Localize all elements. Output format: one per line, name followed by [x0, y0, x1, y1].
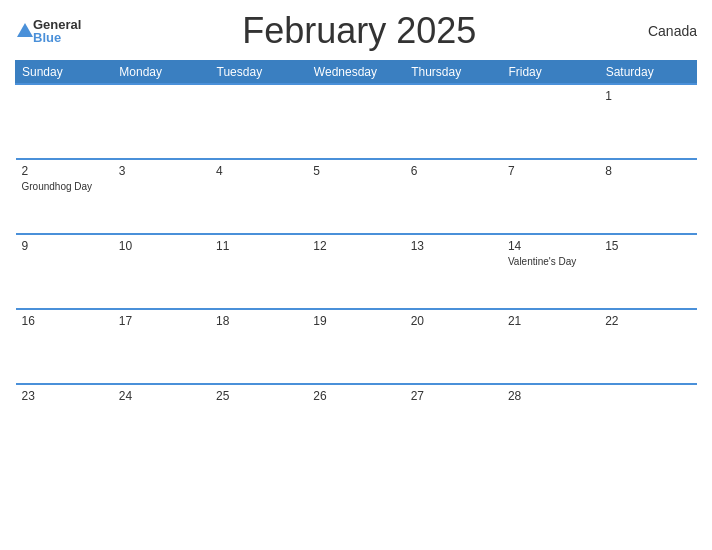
calendar-cell: 5 — [307, 159, 404, 234]
header-thursday: Thursday — [405, 61, 502, 85]
calendar-cell: 25 — [210, 384, 307, 459]
calendar-grid: Sunday Monday Tuesday Wednesday Thursday… — [15, 60, 697, 459]
calendar-cell: 6 — [405, 159, 502, 234]
calendar-cell — [307, 84, 404, 159]
calendar-cell — [405, 84, 502, 159]
calendar-cell: 1 — [599, 84, 696, 159]
event-label: Valentine's Day — [508, 255, 593, 268]
calendar-cell: 26 — [307, 384, 404, 459]
calendar-cell: 10 — [113, 234, 210, 309]
day-number: 21 — [508, 314, 593, 328]
calendar-cell: 11 — [210, 234, 307, 309]
day-number: 26 — [313, 389, 398, 403]
calendar-cell: 23 — [16, 384, 113, 459]
calendar-header: General Blue February 2025 Canada — [15, 10, 697, 52]
calendar-cell: 18 — [210, 309, 307, 384]
day-number: 6 — [411, 164, 496, 178]
calendar-cell: 3 — [113, 159, 210, 234]
calendar-cell: 15 — [599, 234, 696, 309]
logo: General Blue — [15, 18, 81, 44]
calendar-cell: 28 — [502, 384, 599, 459]
day-number: 18 — [216, 314, 301, 328]
header-wednesday: Wednesday — [307, 61, 404, 85]
week-row-3: 16171819202122 — [16, 309, 697, 384]
day-number: 20 — [411, 314, 496, 328]
calendar-cell: 13 — [405, 234, 502, 309]
calendar-cell: 24 — [113, 384, 210, 459]
calendar-cell: 9 — [16, 234, 113, 309]
country-label: Canada — [637, 23, 697, 39]
calendar-cell: 22 — [599, 309, 696, 384]
calendar-cell: 20 — [405, 309, 502, 384]
day-number: 4 — [216, 164, 301, 178]
header-friday: Friday — [502, 61, 599, 85]
day-number: 28 — [508, 389, 593, 403]
calendar-cell: 17 — [113, 309, 210, 384]
day-number: 16 — [22, 314, 107, 328]
day-headers-row: Sunday Monday Tuesday Wednesday Thursday… — [16, 61, 697, 85]
week-row-2: 91011121314Valentine's Day15 — [16, 234, 697, 309]
week-row-4: 232425262728 — [16, 384, 697, 459]
day-number: 9 — [22, 239, 107, 253]
logo-triangle-icon — [17, 23, 33, 37]
calendar-cell: 4 — [210, 159, 307, 234]
calendar-cell: 19 — [307, 309, 404, 384]
calendar-cell: 16 — [16, 309, 113, 384]
header-tuesday: Tuesday — [210, 61, 307, 85]
header-saturday: Saturday — [599, 61, 696, 85]
calendar-cell: 21 — [502, 309, 599, 384]
day-number: 24 — [119, 389, 204, 403]
day-number: 11 — [216, 239, 301, 253]
calendar-cell: 8 — [599, 159, 696, 234]
month-title: February 2025 — [81, 10, 637, 52]
header-monday: Monday — [113, 61, 210, 85]
week-row-0: 1 — [16, 84, 697, 159]
day-number: 27 — [411, 389, 496, 403]
calendar-cell: 14Valentine's Day — [502, 234, 599, 309]
calendar-cell — [210, 84, 307, 159]
day-number: 15 — [605, 239, 690, 253]
calendar-cell: 12 — [307, 234, 404, 309]
header-sunday: Sunday — [16, 61, 113, 85]
day-number: 14 — [508, 239, 593, 253]
calendar-cell: 2Groundhog Day — [16, 159, 113, 234]
day-number: 10 — [119, 239, 204, 253]
calendar-cell — [502, 84, 599, 159]
day-number: 8 — [605, 164, 690, 178]
day-number: 17 — [119, 314, 204, 328]
event-label: Groundhog Day — [22, 180, 107, 193]
calendar-cell: 7 — [502, 159, 599, 234]
calendar-cell: 27 — [405, 384, 502, 459]
day-number: 7 — [508, 164, 593, 178]
calendar-container: General Blue February 2025 Canada Sunday… — [0, 0, 712, 550]
day-number: 25 — [216, 389, 301, 403]
calendar-cell — [16, 84, 113, 159]
calendar-cell — [599, 384, 696, 459]
logo-blue-text: Blue — [33, 31, 81, 44]
day-number: 2 — [22, 164, 107, 178]
calendar-cell — [113, 84, 210, 159]
day-number: 23 — [22, 389, 107, 403]
day-number: 1 — [605, 89, 690, 103]
logo-text: General Blue — [33, 18, 81, 44]
day-number: 12 — [313, 239, 398, 253]
week-row-1: 2Groundhog Day345678 — [16, 159, 697, 234]
day-number: 13 — [411, 239, 496, 253]
day-number: 22 — [605, 314, 690, 328]
day-number: 19 — [313, 314, 398, 328]
day-number: 5 — [313, 164, 398, 178]
day-number: 3 — [119, 164, 204, 178]
